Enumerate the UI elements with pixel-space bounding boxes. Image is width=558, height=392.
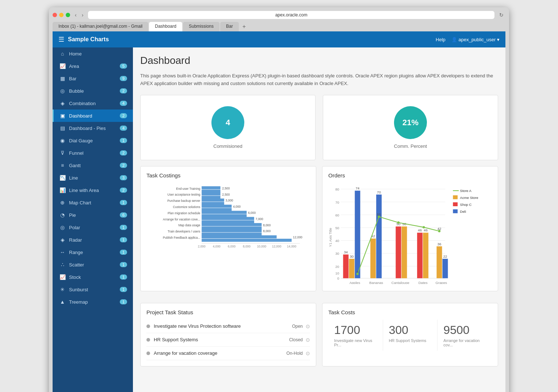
- help-link[interactable]: Help: [436, 37, 446, 42]
- project-task-status-title: Project Task Status: [146, 309, 310, 315]
- address-bar[interactable]: [88, 11, 494, 19]
- sidebar-item-combination[interactable]: ◈ Combination 4: [53, 97, 133, 109]
- svg-rect-103: [453, 209, 458, 213]
- svg-text:30: 30: [335, 251, 339, 255]
- tab-bar[interactable]: Bar: [220, 22, 239, 31]
- svg-text:30: 30: [350, 254, 354, 258]
- svg-text:8,000: 8,000: [243, 245, 251, 248]
- maximize-button[interactable]: [66, 13, 70, 17]
- svg-rect-25: [202, 223, 261, 226]
- sidebar-item-dial-gauge[interactable]: ◉ Dial Gauge 1: [53, 134, 133, 147]
- svg-text:2,500: 2,500: [222, 192, 230, 196]
- sidebar-item-area[interactable]: 📈 Area 5: [53, 60, 133, 72]
- sidebar-item-line-with-area[interactable]: 📊 Line with Area 2: [53, 184, 133, 196]
- cost-value-2: 9500: [443, 323, 486, 337]
- svg-rect-22: [202, 220, 254, 223]
- sidebar-label-line: Line: [69, 175, 78, 181]
- sidebar-item-radar[interactable]: ◈ Radar 1: [53, 234, 133, 246]
- svg-text:2,000: 2,000: [198, 245, 206, 248]
- svg-rect-70: [376, 195, 382, 278]
- svg-text:Acme Store: Acme Store: [460, 195, 478, 199]
- commissioned-circle: 4: [211, 106, 244, 139]
- pie-icon: ◔: [60, 212, 65, 218]
- refresh-button[interactable]: ↻: [497, 11, 505, 19]
- polar-icon: ◎: [60, 224, 65, 230]
- cost-item-2: 9500 Arrange for vacation cov...: [437, 320, 492, 351]
- tab-gmail[interactable]: Inbox (1) - kallman.joel@gmail.com - Gma…: [53, 22, 148, 31]
- hamburger-icon[interactable]: ☰: [58, 35, 64, 43]
- sunburst-icon: ✳: [60, 287, 65, 292]
- sidebar-item-polar[interactable]: ◎ Polar 1: [53, 221, 133, 234]
- sidebar-item-range[interactable]: ↔ Range 1: [53, 246, 133, 258]
- svg-text:6,000: 6,000: [248, 211, 256, 215]
- task-chevron-2[interactable]: ⊙: [306, 350, 310, 356]
- svg-text:Train developers / users: Train developers / users: [168, 230, 200, 233]
- sidebar-item-treemap[interactable]: ▲ Treemap 1: [53, 296, 133, 308]
- dashboard-icon: ▣: [60, 113, 65, 119]
- task-costs-card: Task Costs 1700 Investigate new Virus Pr…: [322, 303, 498, 366]
- dial-gauge-badge: 1: [120, 138, 127, 143]
- sidebar-item-pie[interactable]: ◔ Pie 6: [53, 209, 133, 221]
- svg-rect-10: [202, 202, 224, 205]
- tab-submissions[interactable]: Submissions: [183, 22, 219, 31]
- sidebar-label-scatter: Scatter: [69, 262, 84, 268]
- sidebar-label-sunburst: Sunburst: [69, 287, 88, 292]
- svg-text:22: 22: [443, 254, 447, 258]
- new-tab-button[interactable]: +: [240, 22, 249, 31]
- sidebar-item-scatter[interactable]: ∴ Scatter 1: [53, 258, 133, 271]
- svg-text:8,000: 8,000: [263, 223, 271, 227]
- sidebar-label-area: Area: [69, 64, 79, 69]
- svg-text:80: 80: [335, 187, 339, 191]
- svg-text:20: 20: [335, 264, 339, 268]
- comm-percent-label: Comm. Percent: [394, 143, 427, 149]
- sidebar-label-dashboard-pies: Dashboard - Pies: [69, 126, 106, 131]
- sidebar-item-gantt[interactable]: ≡ Gantt 2: [53, 159, 133, 172]
- sidebar-item-line[interactable]: 📉 Line 3: [53, 172, 133, 184]
- svg-text:74: 74: [356, 186, 360, 190]
- sidebar-label-combination: Combination: [69, 101, 96, 106]
- map-chart-icon: ⊕: [60, 200, 65, 205]
- forward-button[interactable]: ›: [80, 11, 85, 19]
- main-layout: ⌂ Home 📈 Area 5 ▦ Bar 9: [53, 47, 505, 392]
- svg-text:Store A: Store A: [460, 188, 472, 192]
- bubble-icon: ◎: [60, 88, 65, 94]
- sidebar-item-sunburst[interactable]: ✳ Sunburst 1: [53, 283, 133, 296]
- svg-rect-2: [202, 189, 220, 192]
- svg-text:Purchase backup server: Purchase backup server: [167, 199, 200, 203]
- svg-rect-33: [202, 235, 276, 238]
- tab-dashboard[interactable]: Dashboard: [149, 22, 182, 31]
- close-button[interactable]: [53, 13, 57, 17]
- task-chevron-0[interactable]: ⊙: [306, 323, 310, 329]
- sidebar-item-bar[interactable]: ▦ Bar 9: [53, 72, 133, 85]
- svg-text:Plan migration schedule: Plan migration schedule: [168, 211, 200, 215]
- task-costings-card: Task Costings End-user Training 2,500 Us…: [140, 166, 316, 291]
- svg-rect-9: [202, 199, 224, 201]
- svg-text:14,000: 14,000: [287, 245, 297, 248]
- combination-icon: ◈: [60, 100, 65, 106]
- svg-rect-64: [349, 259, 355, 278]
- sidebar-item-dashboard[interactable]: ▣ Dashboard 2: [53, 109, 133, 122]
- sidebar-item-bubble[interactable]: ◎ Bubble 2: [53, 85, 133, 97]
- sidebar-item-dashboard-pies[interactable]: ▤ Dashboard - Pies 4: [53, 122, 133, 134]
- minimize-button[interactable]: [59, 13, 64, 17]
- sidebar-item-map-chart[interactable]: ⊕ Map Chart 1: [53, 196, 133, 209]
- user-icon: 👤: [451, 37, 457, 42]
- task-name-2: Arrange for vacation coverage: [154, 350, 217, 356]
- svg-rect-5: [202, 192, 220, 195]
- sidebar-item-stock[interactable]: 📈 Stock 1: [53, 271, 133, 283]
- task-chevron-1[interactable]: ⊙: [306, 337, 310, 343]
- back-button[interactable]: ‹: [73, 11, 79, 19]
- svg-rect-80: [437, 246, 442, 278]
- cost-value-1: 300: [389, 323, 432, 337]
- sidebar-item-funnel[interactable]: ⊽ Funnel 2: [53, 147, 133, 159]
- svg-text:Grapes: Grapes: [436, 281, 447, 284]
- task-row-2: Arrange for vacation coverage On-Hold ⊙: [146, 347, 310, 360]
- cost-item-1: 300 HR Support Systems: [383, 320, 438, 351]
- sidebar-item-home[interactable]: ⌂ Home: [53, 47, 133, 60]
- task-status-0: Open: [292, 324, 303, 329]
- user-menu[interactable]: 👤 apex_public_user ▾: [451, 37, 500, 42]
- orders-title: Orders: [328, 172, 492, 178]
- app-container: ☰ Sample Charts Help 👤 apex_public_user …: [53, 31, 505, 392]
- task-name-0: Investigate new Virus Protection softwar…: [154, 323, 241, 329]
- page-description: This page shows built-in Oracle Applicat…: [140, 72, 498, 88]
